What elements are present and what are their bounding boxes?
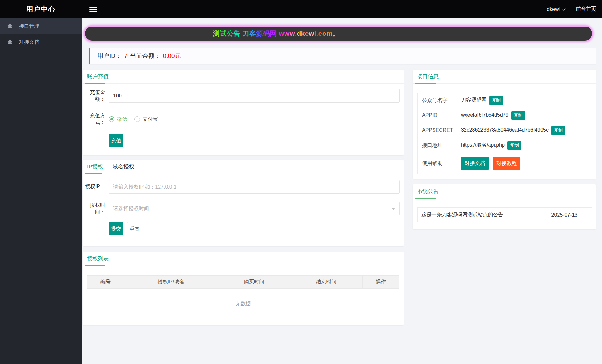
app-title: 用户中心 [0, 4, 82, 14]
recharge-card-title: 账户充值 [83, 70, 404, 84]
help-label: 使用帮助 [418, 153, 457, 174]
sidebar-item-label: 对接文档 [19, 39, 39, 46]
notice-text: 这是一条刀客源码网测试站点的公告 [418, 208, 537, 222]
copy-button[interactable]: 复制 [507, 141, 521, 150]
reset-button[interactable]: 重置 [127, 222, 142, 235]
recharge-button[interactable]: 充值 [109, 134, 123, 147]
hamburger-icon[interactable] [89, 7, 97, 12]
api-info-title: 接口信息 [413, 70, 596, 84]
sidebar: 接口管理 对接文档 [0, 18, 82, 364]
row-value: 32c286223378a80446eaf4d7b6f4905c [461, 127, 549, 133]
radio-alipay[interactable]: 支付宝 [134, 116, 158, 123]
userid-label: 用户ID： [97, 52, 121, 60]
sidebar-item-api-manage[interactable]: 接口管理 [0, 18, 82, 34]
row-label: 公众号名字 [418, 93, 457, 108]
doc-button[interactable]: 对接文档 [461, 157, 489, 170]
active-underline [415, 198, 436, 199]
notice-row: 这是一条刀客源码网测试站点的公告 2025-07-13 [418, 208, 592, 222]
radio-unchecked-icon [134, 116, 140, 122]
copy-button[interactable]: 复制 [551, 126, 565, 135]
table-row: APPID wxeefaf6f7b54d5d79复制 [418, 108, 592, 123]
recharge-card: 账户充值 充值金额： 充值方式： 微信 支付宝 充值 [83, 70, 404, 155]
table-row-help: 使用帮助 对接文档 对接教程 [418, 153, 592, 174]
col-actions: 操作 [363, 276, 399, 289]
tutorial-button[interactable]: 对接教程 [493, 157, 520, 170]
auth-time-label: 授权时间： [83, 202, 105, 215]
marquee-text: 测试公告 刀客源码网 www.dkewl.com。 [213, 27, 340, 41]
table-header-row: 编号 授权IP/域名 购买时间 结束时间 操作 [87, 276, 399, 289]
active-underline [85, 83, 105, 84]
auth-ip-input[interactable] [109, 180, 400, 194]
tab-domain-auth[interactable]: 域名授权 [113, 160, 134, 174]
api-info-table: 公众号名字 刀客源码网复制 APPID wxeefaf6f7b54d5d79复制… [417, 93, 592, 174]
api-info-card: 接口信息 公众号名字 刀客源码网复制 APPID wxeefaf6f7b54d5… [413, 70, 596, 179]
notice-date: 2025-07-13 [537, 208, 592, 222]
announcement-marquee: 测试公告 刀客源码网 www.dkewl.com。 [84, 26, 593, 42]
user-dropdown[interactable]: dkewl [547, 6, 565, 12]
empty-text: 无数据 [87, 289, 399, 319]
system-notice-title: 系统公告 [413, 184, 596, 198]
row-value: wxeefaf6f7b54d5d79 [461, 112, 509, 118]
copy-button[interactable]: 复制 [489, 96, 503, 105]
auth-list-card: 授权列表 编号 授权IP/域名 购买时间 结束时间 操作 无数据 [83, 252, 404, 325]
row-label: 接口地址 [418, 138, 457, 153]
tab-ip-auth[interactable]: IP授权 [87, 160, 103, 174]
row-label: APPID [418, 108, 457, 123]
row-label: APPSECRET [418, 123, 457, 138]
row-value: https://域名/api.php [461, 142, 505, 148]
radio-wechat[interactable]: 微信 [109, 116, 127, 123]
auth-ip-label: 授权IP： [83, 183, 105, 190]
row-value: 刀客源码网 [461, 97, 487, 103]
top-header: 用户中心 dkewl 前台首页 [0, 0, 602, 18]
col-end-time: 结束时间 [290, 276, 363, 289]
userid-value: 7 [124, 52, 128, 59]
front-home-link[interactable]: 前台首页 [576, 6, 596, 12]
radio-checked-icon [109, 116, 114, 122]
active-tab-underline [85, 173, 102, 174]
auth-time-select[interactable] [109, 202, 400, 215]
method-label: 充值方式： [83, 112, 105, 126]
empty-row: 无数据 [87, 289, 399, 319]
active-underline [415, 83, 436, 84]
sidebar-item-label: 接口管理 [19, 23, 39, 30]
auth-list-table: 编号 授权IP/域名 购买时间 结束时间 操作 无数据 [87, 275, 399, 319]
notice-table: 这是一条刀客源码网测试站点的公告 2025-07-13 [417, 207, 592, 222]
chevron-down-icon [562, 7, 565, 10]
sidebar-item-docs[interactable]: 对接文档 [0, 34, 82, 50]
table-row: APPSECRET 32c286223378a80446eaf4d7b6f490… [418, 123, 592, 138]
amount-input[interactable] [109, 89, 400, 103]
balance-value: 0.00元 [163, 52, 181, 60]
table-row: 接口地址 https://域名/api.php复制 [418, 138, 592, 153]
balance-label: 当前余额： [130, 52, 160, 60]
home-icon [7, 24, 12, 28]
home-icon [7, 40, 12, 44]
auth-list-title: 授权列表 [83, 252, 404, 266]
authorize-card: IP授权 域名授权 授权IP： 授权时间： 提交 重置 [83, 160, 404, 246]
username: dkewl [547, 6, 560, 12]
copy-button[interactable]: 复制 [511, 111, 525, 120]
table-row: 公众号名字 刀客源码网复制 [418, 93, 592, 108]
account-info-bar: 用户ID： 7 当前余额： 0.00元 [89, 48, 596, 64]
radio-alipay-label: 支付宝 [143, 116, 158, 123]
radio-wechat-label: 微信 [117, 116, 127, 123]
col-ip-domain: 授权IP/域名 [124, 276, 218, 289]
amount-label: 充值金额： [83, 89, 105, 103]
main-content: 测试公告 刀客源码网 www.dkewl.com。 用户ID： 7 当前余额： … [82, 18, 602, 364]
col-id: 编号 [87, 276, 124, 289]
system-notice-card: 系统公告 这是一条刀客源码网测试站点的公告 2025-07-13 [413, 184, 596, 229]
active-underline [85, 265, 105, 266]
col-buy-time: 购买时间 [218, 276, 290, 289]
submit-button[interactable]: 提交 [109, 222, 123, 235]
